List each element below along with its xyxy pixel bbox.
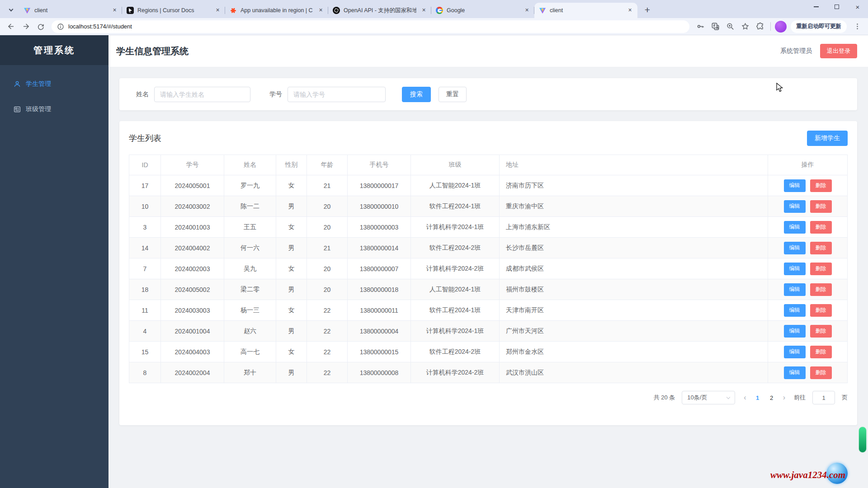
cell-name: 吴九	[224, 258, 276, 279]
sidebar-item-classes[interactable]: 班级管理	[0, 97, 108, 122]
chevron-down-icon	[726, 395, 730, 399]
page-size-select[interactable]: 10条/页	[682, 391, 735, 404]
logout-button[interactable]: 退出登录	[820, 44, 857, 58]
browser-tab[interactable]: App unavailable in region | C×	[225, 3, 328, 18]
cell-sno: 2024003003	[161, 300, 224, 321]
back-button[interactable]	[5, 20, 17, 33]
tab-search-button[interactable]	[5, 4, 17, 16]
delete-button[interactable]: 删除	[810, 366, 832, 379]
page-number[interactable]: 2	[769, 394, 774, 401]
forward-button[interactable]	[19, 20, 32, 33]
edit-button[interactable]: 编辑	[784, 263, 806, 275]
cell-phone: 13800000007	[348, 258, 411, 279]
delete-button[interactable]: 删除	[810, 283, 832, 296]
cell-class: 计算机科学2024-1班	[411, 321, 500, 342]
cell-sno: 2024005002	[161, 279, 224, 300]
reset-button[interactable]: 重置	[439, 87, 467, 102]
delete-button[interactable]: 删除	[810, 263, 832, 275]
cell-name: 罗一九	[224, 175, 276, 196]
page-number[interactable]: 1	[755, 394, 760, 401]
column-header: 地址	[500, 155, 768, 175]
delete-button[interactable]: 删除	[810, 242, 832, 254]
edit-button[interactable]: 编辑	[784, 325, 806, 338]
goto-page-input[interactable]	[812, 391, 835, 404]
relaunch-update-button[interactable]: 重新启动即可更新	[791, 20, 847, 33]
cell-name: 郑十	[224, 362, 276, 383]
next-page-button[interactable]: ›	[783, 394, 785, 401]
translate-button[interactable]	[709, 20, 722, 33]
name-input[interactable]	[154, 87, 250, 102]
table-row: 182024005002梁二零男2013800000018人工智能2024-1班…	[129, 279, 848, 300]
tab-close-icon[interactable]: ×	[317, 7, 325, 14]
openai-favicon-icon	[333, 7, 340, 14]
browser-tab[interactable]: client×	[19, 3, 122, 18]
browser-menu-button[interactable]	[851, 20, 863, 33]
maximize-button[interactable]	[826, 0, 847, 14]
delete-button[interactable]: 删除	[810, 221, 832, 234]
browser-tab[interactable]: Regions | Cursor Docs×	[122, 3, 225, 18]
cell-age: 21	[307, 175, 348, 196]
cell-address: 福州市鼓楼区	[500, 279, 768, 300]
edit-button[interactable]: 编辑	[784, 283, 806, 296]
edit-button[interactable]: 编辑	[784, 304, 806, 317]
delete-button[interactable]: 删除	[810, 200, 832, 213]
tab-close-icon[interactable]: ×	[420, 7, 428, 14]
sidebar-item-students[interactable]: 学生管理	[0, 71, 108, 97]
cell-gender: 女	[276, 300, 307, 321]
page-numbers: 12	[755, 394, 774, 401]
delete-button[interactable]: 删除	[810, 304, 832, 317]
tab-close-icon[interactable]: ×	[523, 7, 531, 14]
cell-class: 软件工程2024-2班	[411, 238, 500, 258]
cell-name: 何一六	[224, 238, 276, 258]
tab-close-icon[interactable]: ×	[214, 7, 222, 14]
delete-button[interactable]: 删除	[810, 179, 832, 192]
edit-button[interactable]: 编辑	[784, 221, 806, 234]
cell-address: 上海市浦东新区	[500, 217, 768, 238]
bookmark-button[interactable]	[739, 20, 751, 33]
edit-button[interactable]: 编辑	[784, 179, 806, 192]
profile-avatar[interactable]	[775, 21, 787, 33]
browser-tab[interactable]: client×	[534, 3, 637, 18]
cell-class: 计算机科学2024-2班	[411, 258, 500, 279]
cell-class: 软件工程2024-1班	[411, 300, 500, 321]
column-header: 班级	[411, 155, 500, 175]
cell-sno: 2024002003	[161, 258, 224, 279]
browser-tab[interactable]: Google×	[431, 3, 534, 18]
cell-sno: 2024001004	[161, 321, 224, 342]
zoom-page-button[interactable]	[724, 20, 736, 33]
cell-gender: 男	[276, 279, 307, 300]
minimize-button[interactable]	[806, 0, 826, 14]
cell-gender: 男	[276, 196, 307, 217]
app-logo-title: 管理系统	[0, 35, 108, 65]
cell-age: 20	[307, 258, 348, 279]
cell-address: 广州市天河区	[500, 321, 768, 342]
close-window-button[interactable]: ×	[847, 0, 868, 14]
password-key-button[interactable]	[694, 20, 707, 33]
cell-id: 11	[129, 300, 161, 321]
prev-page-button[interactable]: ‹	[744, 394, 746, 401]
edit-button[interactable]: 编辑	[784, 346, 806, 358]
add-student-button[interactable]: 新增学生	[807, 131, 848, 146]
sno-input[interactable]	[288, 87, 386, 102]
tab-close-icon[interactable]: ×	[626, 7, 634, 14]
magnifier-plus-icon	[726, 22, 735, 31]
tab-title: Google	[447, 7, 519, 14]
sidebar-menu: 学生管理 班级管理	[0, 65, 108, 122]
edit-button[interactable]: 编辑	[784, 200, 806, 213]
app-header: 学生信息管理系统 系统管理员 退出登录	[108, 35, 868, 67]
table-row: 152024004003高一七女2213800000015软件工程2024-2班…	[129, 342, 848, 362]
cell-age: 22	[307, 321, 348, 342]
extensions-button[interactable]	[754, 20, 766, 33]
edit-button[interactable]: 编辑	[784, 366, 806, 379]
cell-class: 软件工程2024-1班	[411, 196, 500, 217]
cell-phone: 13800000003	[348, 217, 411, 238]
browser-tab[interactable]: OpenAI API - 支持的国家和地×	[328, 3, 431, 18]
delete-button[interactable]: 删除	[810, 346, 832, 358]
search-button[interactable]: 搜索	[402, 87, 431, 102]
edit-button[interactable]: 编辑	[784, 242, 806, 254]
delete-button[interactable]: 删除	[810, 325, 832, 338]
reload-button[interactable]	[34, 20, 47, 33]
url-bar[interactable]: localhost:5174/#/student	[52, 20, 689, 33]
tab-close-icon[interactable]: ×	[111, 7, 118, 14]
new-tab-button[interactable]: +	[641, 4, 654, 16]
